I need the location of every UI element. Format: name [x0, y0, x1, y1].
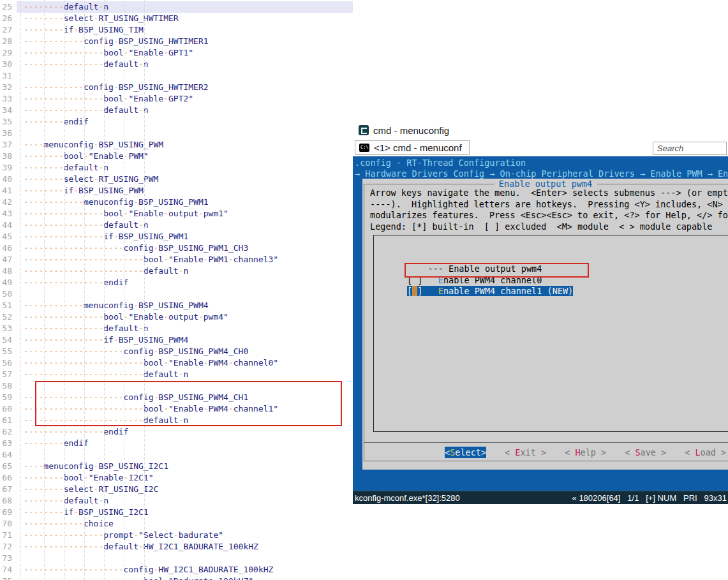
search-input[interactable]	[653, 142, 727, 155]
code-line[interactable]: 29················bool·"Enable·GPT1"	[0, 47, 353, 59]
code-line[interactable]: 58	[0, 380, 353, 392]
code-line[interactable]: 51············menuconfig·BSP_USING_PWM4	[0, 300, 353, 311]
code-line[interactable]: 26········select·RT_USING_HWTIMER	[0, 13, 353, 24]
code-line[interactable]: 43················bool·"Enable·output·pw…	[0, 208, 353, 219]
code-line[interactable]: 40········select·RT_USING_PWM	[0, 174, 353, 185]
line-number: 29	[0, 47, 17, 59]
code-line[interactable]: 47························bool·"Enable·P…	[0, 254, 353, 265]
line-number: 30	[0, 59, 17, 70]
code-line[interactable]: 65····menuconfig·BSP_USING_I2C1	[0, 461, 353, 472]
line-number: 70	[0, 518, 17, 530]
line-number: 73	[0, 553, 17, 564]
code-line[interactable]: 74····················config·HW_I2C1_BAD…	[0, 564, 353, 576]
code-line[interactable]: 60························bool·"Enable·P…	[0, 403, 353, 415]
code-line[interactable]: 75························bool·"Badurate…	[0, 576, 353, 580]
button-separator	[364, 442, 728, 443]
line-number: 64	[0, 449, 17, 461]
code-editor[interactable]: 25········default·n26········select·RT_U…	[0, 0, 353, 580]
line-number: 31	[0, 70, 17, 82]
code-line[interactable]: 72················default·HW_I2C1_BADURA…	[0, 541, 353, 553]
code-line[interactable]: 70············choice	[0, 518, 353, 530]
line-number: 56	[0, 357, 17, 369]
line-number: 58	[0, 380, 17, 392]
line-number: 35	[0, 116, 17, 128]
code-line[interactable]: 31	[0, 70, 353, 82]
code-line[interactable]: 73	[0, 553, 353, 564]
code-line[interactable]: 41········if·BSP_USING_PWM	[0, 185, 353, 197]
code-line[interactable]: 44················default·n	[0, 219, 353, 231]
cmd-window: cmd - menuconfig <1> cmd - menuconf .con…	[353, 121, 728, 504]
code-line[interactable]: 28············config·BSP_USING_HWTIMER1	[0, 36, 353, 47]
code-line[interactable]: 42············menuconfig·BSP_USING_PWM1	[0, 197, 353, 208]
line-number: 61	[0, 415, 17, 426]
code-line[interactable]: 45················if·BSP_USING_PWM1	[0, 231, 353, 242]
code-line[interactable]: 48························default·n	[0, 265, 353, 277]
menu-item[interactable]: [ ] Enable PWM4 channel0	[407, 275, 728, 286]
line-number: 45	[0, 231, 17, 242]
code-line[interactable]: 50	[0, 288, 353, 300]
status-process: kconfig-mconf.exe*[32]:5280	[355, 493, 460, 503]
code-line[interactable]: 67········select·RT_USING_I2C	[0, 484, 353, 495]
code-line[interactable]: 34················default·n	[0, 105, 353, 116]
line-number: 51	[0, 300, 17, 311]
code-line[interactable]: 56························bool·"Enable·P…	[0, 357, 353, 369]
code-line[interactable]: 49················endif	[0, 277, 353, 288]
dialog-button[interactable]: <Select>	[445, 447, 486, 458]
line-number: 27	[0, 24, 17, 36]
code-line[interactable]: 66········bool·"Enable·I2C1"	[0, 472, 353, 484]
line-number: 59	[0, 392, 17, 403]
line-number: 65	[0, 461, 17, 472]
line-number: 40	[0, 174, 17, 185]
line-number: 54	[0, 334, 17, 346]
line-number: 33	[0, 93, 17, 105]
code-line[interactable]: 63········endif	[0, 438, 353, 449]
code-line[interactable]: 59····················config·BSP_USING_P…	[0, 392, 353, 403]
dialog-button[interactable]: < Exit >	[505, 447, 546, 458]
console-tab[interactable]: <1> cmd - menuconf	[355, 140, 470, 155]
line-number: 46	[0, 242, 17, 254]
code-line[interactable]: 46····················config·BSP_USING_P…	[0, 242, 353, 254]
code-line[interactable]: 69········if·BSP_USING_I2C1	[0, 507, 353, 518]
code-line[interactable]: 64	[0, 449, 353, 461]
code-line[interactable]: 39········default·n	[0, 162, 353, 174]
code-line[interactable]: 62················endif	[0, 426, 353, 438]
dialog-button[interactable]: < Help >	[565, 447, 606, 458]
dialog-help: Arrow keys navigate the menu. <Enter> se…	[370, 188, 728, 232]
code-line[interactable]: 57························default·n	[0, 369, 353, 380]
code-line[interactable]: 54················if·BSP_USING_PWM4	[0, 334, 353, 346]
line-number: 74	[0, 564, 17, 576]
line-number: 41	[0, 185, 17, 197]
code-line[interactable]: 27········if·BSP_USING_TIM	[0, 24, 353, 36]
code-line[interactable]: 38········bool·"Enable·PWM"	[0, 151, 353, 162]
code-line[interactable]: 33················bool·"Enable·GPT2"	[0, 93, 353, 105]
menu-list: --- Enable output pwm4[ ] Enable PWM4 ch…	[374, 256, 728, 297]
line-number: 63	[0, 438, 17, 449]
code-line[interactable]: 71················prompt·"Select·badurat…	[0, 530, 353, 541]
line-number: 55	[0, 346, 17, 357]
code-line[interactable]: 68········default·n	[0, 495, 353, 507]
tab-label: <1> cmd - menuconf	[374, 142, 462, 153]
code-line[interactable]: 35········endif	[0, 116, 353, 128]
code-line[interactable]: 36	[0, 128, 353, 139]
line-number: 68	[0, 495, 17, 507]
console-breadcrumbs: .config - RT-Thread Configuration→ Hardw…	[355, 158, 728, 179]
line-number: 48	[0, 265, 17, 277]
line-number: 75	[0, 576, 17, 580]
code-line[interactable]: 32············config·BSP_USING_HWTIMER2	[0, 82, 353, 93]
code-line[interactable]: 37····menuconfig·BSP_USING_PWM	[0, 139, 353, 151]
menu-item[interactable]: [ ] Enable PWM4 channel1 (NEW)	[407, 286, 728, 297]
dialog-button[interactable]: < Save >	[625, 447, 666, 458]
code-line[interactable]: 30················default·n	[0, 59, 353, 70]
code-line[interactable]: 61························default·n	[0, 415, 353, 426]
code-line[interactable]: 25········default·n	[0, 1, 353, 13]
code-line[interactable]: 55····················config·BSP_USING_P…	[0, 346, 353, 357]
menu-item[interactable]: --- Enable output pwm4	[407, 264, 728, 275]
conemu-app-icon	[359, 125, 369, 135]
dialog-button[interactable]: < Load >	[685, 447, 726, 458]
line-number: 49	[0, 277, 17, 288]
code-line[interactable]: 53················default·n	[0, 323, 353, 334]
code-lines[interactable]: 25········default·n26········select·RT_U…	[0, 1, 353, 580]
line-number: 34	[0, 105, 17, 116]
line-number: 71	[0, 530, 17, 541]
code-line[interactable]: 52················bool·"Enable·output·pw…	[0, 311, 353, 323]
